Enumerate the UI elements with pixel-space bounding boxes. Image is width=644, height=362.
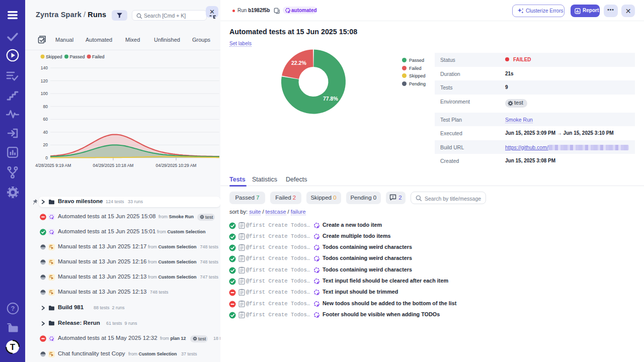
svg-text:80: 80 [43, 104, 48, 109]
svg-text:77.8%: 77.8% [323, 96, 338, 102]
svg-text:120: 120 [41, 78, 48, 83]
svg-text:04/29/2025 10:18 AM: 04/29/2025 10:18 AM [93, 163, 134, 168]
svg-text:20: 20 [43, 142, 48, 147]
svg-text:T: T [10, 342, 16, 352]
svg-text:140: 140 [41, 65, 48, 70]
svg-text:Failed: Failed [92, 54, 105, 59]
svg-text:22.2%: 22.2% [291, 60, 306, 66]
svg-text:Passed: Passed [70, 54, 85, 59]
svg-text:Skipped: Skipped [46, 54, 62, 59]
svg-text:100: 100 [41, 91, 48, 96]
svg-text:?: ? [11, 305, 15, 312]
svg-text:60: 60 [43, 117, 48, 122]
svg-text:04/29/2025 10:29 AM: 04/29/2025 10:29 AM [156, 163, 197, 168]
svg-text:40: 40 [43, 130, 48, 135]
svg-text:4/28/2025 9:19 AM: 4/28/2025 9:19 AM [35, 163, 71, 168]
svg-text:0: 0 [45, 155, 48, 160]
